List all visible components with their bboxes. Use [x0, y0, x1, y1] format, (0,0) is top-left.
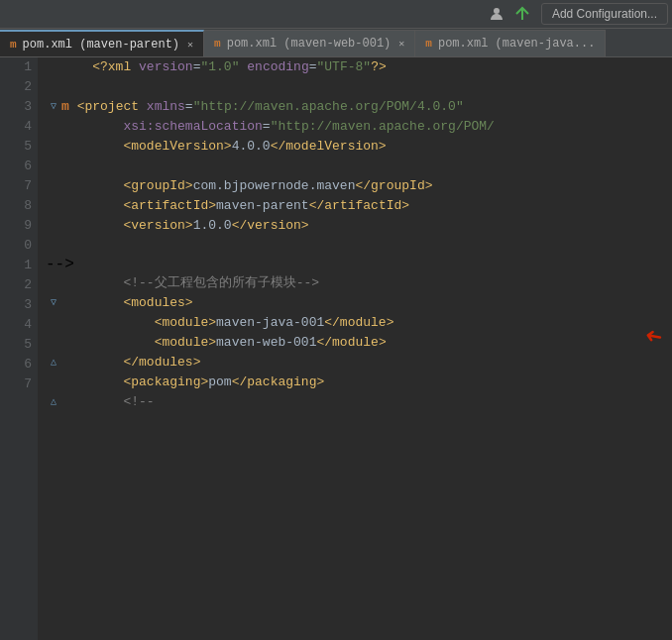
line-num: 9 — [12, 216, 32, 236]
line-num: 6 — [12, 355, 32, 374]
code-area[interactable]: <?xml version = "1.0" encoding = "UTF-8"… — [38, 57, 672, 640]
line-num: 3 — [12, 97, 32, 117]
line-num: 4 — [12, 315, 32, 335]
toolbar-icons — [478, 3, 541, 25]
tabs-bar: m pom.xml (maven-parent) ✕ m pom.xml (ma… — [0, 29, 672, 57]
gutter-3[interactable]: ▽ — [46, 99, 61, 115]
svg-point-0 — [494, 8, 500, 14]
user-icon[interactable] — [486, 3, 507, 25]
gutter-2 — [46, 79, 61, 95]
gutter-16 — [46, 374, 61, 390]
line-num: 7 — [12, 374, 32, 394]
gutter-12[interactable]: ▽ — [46, 295, 61, 311]
code-line-14: <module> maven-web-001 </module> ➜ — [46, 333, 672, 353]
gutter-1 — [46, 59, 61, 75]
line-num: 7 — [12, 176, 32, 196]
line-num: 2 — [12, 77, 32, 97]
code-line-9: <version> 1.0.0 </version> — [46, 216, 672, 236]
line-numbers: 1 2 3 4 5 6 7 8 9 0 1 2 3 4 5 6 7 — [0, 57, 38, 640]
line-num: 4 — [12, 117, 32, 137]
tab-close-1[interactable]: ✕ — [187, 39, 193, 51]
gutter-11 — [46, 275, 61, 291]
code-line-3: ▽ m <project xmlns = "http://maven.apach… — [46, 97, 672, 117]
code-line-10 — [46, 236, 672, 256]
code-line-13: <module> maven-java-001 </module> — [46, 313, 672, 333]
gutter-13 — [46, 315, 61, 331]
gutter-5 — [46, 139, 61, 155]
line-num: 6 — [12, 157, 32, 176]
m-icon: m — [61, 97, 69, 117]
line-num: 2 — [12, 275, 32, 295]
toolbar: Add Configuration... — [0, 0, 672, 29]
tab-icon-2: m — [214, 38, 221, 50]
arrow-icon[interactable] — [511, 3, 533, 25]
gutter-6 — [46, 159, 61, 174]
code-line-17: △ <!-- — [46, 392, 672, 412]
add-configuration-button[interactable]: Add Configuration... — [541, 3, 668, 25]
tab-label-2: pom.xml (maven-web-001) — [227, 37, 392, 51]
tab-icon-1: m — [10, 39, 17, 51]
code-line-5: <modelVersion> 4.0.0 </modelVersion> — [46, 137, 672, 157]
tab-pom-web[interactable]: m pom.xml (maven-web-001) ✕ — [204, 30, 415, 56]
editor: 1 2 3 4 5 6 7 8 9 0 1 2 3 4 5 6 7 <?xml … — [0, 57, 672, 640]
line-num: 8 — [12, 196, 32, 216]
gutter-14 — [46, 335, 61, 351]
code-line-11: <!--父工程包含的所有子模块--> — [46, 273, 672, 293]
tab-pom-parent[interactable]: m pom.xml (maven-parent) ✕ — [0, 30, 204, 56]
code-line-6 — [46, 157, 672, 176]
code-line-15: △ </modules> — [46, 353, 672, 373]
tab-label-3: pom.xml (maven-java... — [438, 37, 595, 51]
code-line-12: ▽ <modules> — [46, 293, 672, 313]
line-num: 5 — [12, 335, 32, 355]
gutter-17[interactable]: △ — [46, 394, 61, 410]
gutter-4 — [46, 119, 61, 135]
tab-pom-java[interactable]: m pom.xml (maven-java... — [415, 30, 606, 56]
code-line-1: <?xml version = "1.0" encoding = "UTF-8"… — [46, 57, 672, 77]
tab-label-1: pom.xml (maven-parent) — [23, 38, 179, 52]
gutter-9 — [46, 218, 61, 234]
gutter-10 — [46, 238, 61, 254]
line-num: 1 — [12, 57, 32, 77]
line-num: 0 — [12, 236, 32, 256]
line-num: 3 — [12, 295, 32, 315]
gutter-15[interactable]: △ — [46, 355, 61, 371]
gutter-7 — [46, 178, 61, 194]
code-line-4: xsi:schemaLocation = "http://maven.apach… — [46, 117, 672, 137]
line-num: 1 — [12, 256, 32, 275]
tab-close-2[interactable]: ✕ — [398, 38, 404, 50]
code-line-8: <artifactId> maven-parent </artifactId> — [46, 196, 672, 216]
code-line-16: <packaging> pom </packaging> — [46, 373, 672, 392]
code-line-7: <groupId> com.bjpowernode.maven </groupI… — [46, 176, 672, 196]
code-line-2 — [46, 77, 672, 97]
tab-icon-3: m — [425, 38, 432, 50]
line-num: 5 — [12, 137, 32, 157]
gutter-8 — [46, 198, 61, 214]
